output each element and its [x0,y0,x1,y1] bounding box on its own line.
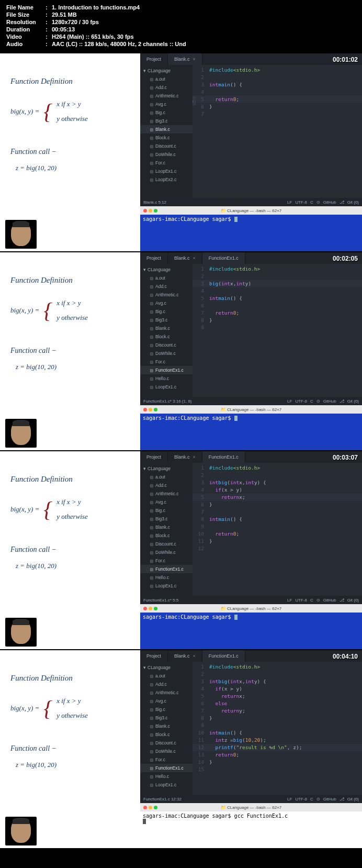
function-call: z = big(10, 20) [16,164,130,172]
chevron-left-icon[interactable]: ‹ [193,96,196,106]
code-pane[interactable]: 1#include <stdio.h> 2 3big(int x, int y)… [193,264,362,397]
file-item[interactable]: 🗎Blank.c [140,523,193,531]
file-item[interactable]: 🗎Arithmetic.c [140,92,193,100]
file-item[interactable]: 🗎DoWhile.c [140,150,193,159]
file-item[interactable]: 🗎Big.c [140,705,193,714]
file-item[interactable]: 🗎Discount.c [140,341,193,349]
file-item[interactable]: 🗎a.out [140,473,193,481]
file-item[interactable]: 🗎Discount.c [140,540,193,548]
file-item[interactable]: 🗎a.out [140,672,193,680]
tab-functionex[interactable]: FunctionEx1.c [202,252,245,264]
file-item[interactable]: 🗎Arithmetic.c [140,489,193,498]
file-item[interactable]: 🗎Hello.c [140,573,193,582]
instructor-webcam [5,419,37,448]
terminal-prompt: sagars-imac:CLanguage sagar$ [143,216,231,222]
file-item[interactable]: 🗎Block.c [140,133,193,142]
file-item[interactable]: 🗎Blank.c [140,125,193,133]
file-item[interactable]: 🗎DoWhile.c [140,349,193,358]
file-item[interactable]: 🗎a.out [140,274,193,282]
file-item[interactable]: 🗎FunctionEx1.c [140,764,193,772]
folder-clanguage[interactable]: ▾ CLanguage [140,66,193,75]
file-item[interactable]: 🗎Big3.c [140,714,193,722]
tab-blank[interactable]: Blank.c× [168,252,202,264]
timestamp: 00:03:07 [333,454,358,461]
file-item[interactable]: 🗎Avg.c [140,697,193,705]
file-item[interactable]: 🗎Add.c [140,282,193,291]
maximize-window-icon[interactable] [154,209,157,213]
file-item[interactable]: 🗎Block.c [140,531,193,540]
file-item[interactable]: 🗎Block.c [140,332,193,341]
video-frame-2: Function Definition big(x, y) ={x if x >… [0,251,362,450]
brace-icon: { [43,99,52,124]
file-item[interactable]: 🗎Avg.c [140,299,193,307]
tab-blank[interactable]: Blank.c× [168,650,202,662]
tab-blank[interactable]: Blank.c× [168,451,202,463]
code-pane[interactable]: ‹ 1#include <stdio.h> 2 3int main() { 4 … [193,65,362,198]
tab-functionex[interactable]: FunctionEx1.c [202,451,245,463]
slide-title: Function Definition [10,77,130,86]
file-item[interactable]: 🗎Add.c [140,680,193,688]
tab-project[interactable]: Project [140,650,168,662]
file-tree[interactable]: ▾ CLanguage 🗎a.out🗎Add.c🗎Arithmetic.c🗎Av… [140,662,193,795]
file-item[interactable]: 🗎Add.c [140,481,193,489]
file-item[interactable]: 🗎Blank.c [140,722,193,730]
file-item[interactable]: 🗎a.out [140,75,193,83]
cursor [234,217,237,222]
file-tree[interactable]: ▾ CLanguage 🗎a.out🗎Add.c🗎Arithmetic.c🗎Av… [140,65,193,198]
branch-icon[interactable]: ⎇ [340,200,344,205]
file-item[interactable]: 🗎FunctionEx1.c [140,366,193,374]
file-item[interactable]: 🗎Hello.c [140,772,193,781]
tab-project[interactable]: Project [140,53,168,65]
editor-tabs: Project Blank.c× [140,53,362,65]
file-item[interactable]: 🗎FunctionEx1.c [140,565,193,573]
instructor-webcam [5,618,37,647]
file-item[interactable]: 🗎Arithmetic.c [140,291,193,299]
file-item[interactable]: 🗎LoopEx1.c [140,781,193,789]
tab-project[interactable]: Project [140,252,168,264]
file-item[interactable]: 🗎LoopEx1.c [140,582,193,590]
file-item[interactable]: 🗎For.c [140,358,193,366]
file-item[interactable]: 🗎DoWhile.c [140,747,193,755]
github-icon[interactable]: ⊙ [316,200,320,205]
file-item[interactable]: 🗎Block.c [140,730,193,739]
terminal[interactable]: 📁 CLanguage — -bash — 62×7 sagars-imac:C… [140,206,362,251]
file-item[interactable]: 🗎Big.c [140,307,193,316]
close-icon[interactable]: × [193,57,196,62]
file-item[interactable]: 🗎Arithmetic.c [140,688,193,697]
file-item[interactable]: 🗎For.c [140,557,193,565]
code-pane[interactable]: 1#include <stdio.h> 2 3int big(int x, in… [193,463,362,596]
tab-project[interactable]: Project [140,451,168,463]
file-item[interactable]: 🗎LoopEx1.c [140,167,193,175]
close-window-icon[interactable] [143,209,147,213]
file-item[interactable]: 🗎Big3.c [140,316,193,324]
file-item[interactable]: 🗎Discount.c [140,739,193,747]
file-item[interactable]: 🗎Big3.c [140,515,193,523]
file-item[interactable]: 🗎Discount.c [140,142,193,150]
terminal-body[interactable]: sagars-imac:CLanguage sagar$ gcc Functio… [140,811,362,848]
meta-label: File Name [6,4,46,10]
file-item[interactable]: 🗎LoopEx2.c [140,175,193,184]
file-item[interactable]: 🗎Avg.c [140,498,193,506]
tab-blank[interactable]: Blank.c× [168,53,202,65]
file-item[interactable]: 🗎Big.c [140,108,193,117]
file-item[interactable]: 🗎Add.c [140,83,193,92]
terminal-title: 📁 CLanguage — -bash — 62×7 [221,208,282,213]
video-frame-1: Function Definition big(x, y) = { x if x… [0,52,362,251]
timestamp: 00:01:02 [333,56,358,63]
file-item[interactable]: 🗎Hello.c [140,374,193,383]
file-item[interactable]: 🗎For.c [140,755,193,764]
file-item[interactable]: 🗎Big3.c [140,117,193,125]
minimize-window-icon[interactable] [149,209,152,213]
tab-functionex[interactable]: FunctionEx1.c [202,650,245,662]
file-item[interactable]: 🗎Big.c [140,506,193,515]
code-pane[interactable]: 1#include <stdio.h> 2 3int big(int x, in… [193,662,362,795]
file-tree[interactable]: ▾ CLanguage 🗎a.out🗎Add.c🗎Arithmetic.c🗎Av… [140,463,193,596]
file-item[interactable]: 🗎DoWhile.c [140,548,193,557]
file-item[interactable]: 🗎Blank.c [140,324,193,332]
file-item[interactable]: 🗎LoopEx1.c [140,383,193,391]
file-item[interactable]: 🗎Avg.c [140,100,193,108]
file-tree[interactable]: ▾ CLanguage 🗎a.out🗎Add.c🗎Arithmetic.c🗎Av… [140,264,193,397]
function-definition: big(x, y) = { x if x > y y otherwise [10,99,130,124]
file-item[interactable]: 🗎For.c [140,159,193,167]
timestamp: 00:04:10 [333,653,358,660]
